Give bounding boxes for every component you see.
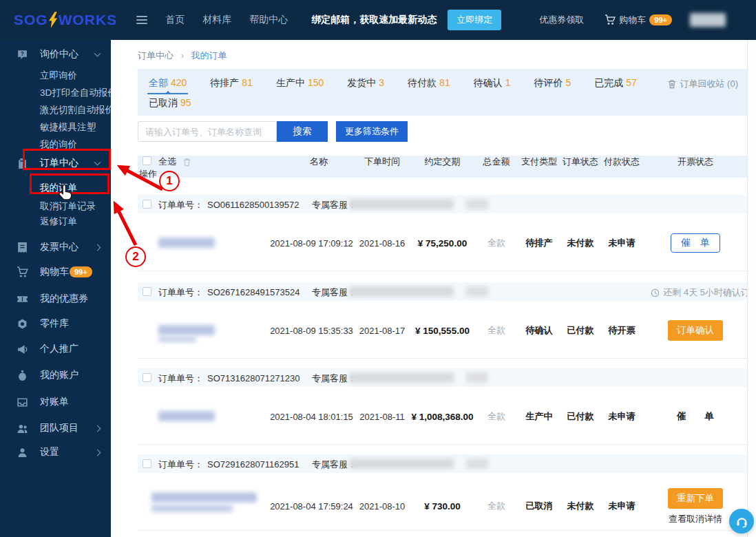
order-checkbox[interactable] xyxy=(143,459,151,468)
order-recycle-bin-link[interactable]: 订单回收站 (0) xyxy=(667,78,739,90)
sidebar-item-label: 订单中心 xyxy=(40,157,78,169)
menu-icon[interactable] xyxy=(136,14,147,26)
order-time: 2021-08-09 15:35:33 xyxy=(269,326,355,336)
confirm-countdown: 还剩 4天 5小时确认订单 xyxy=(651,286,747,299)
question-bubble-icon: ? xyxy=(17,49,28,61)
order-search-input[interactable] xyxy=(138,121,277,142)
coupon-claim-link[interactable]: 优惠券领取 xyxy=(539,14,584,26)
sidebar-item-agile-mold[interactable]: 敏捷模具注塑 xyxy=(0,118,111,136)
nav-home[interactable]: 首页 xyxy=(165,14,185,26)
sidebar-item-label: 取消订单记录 xyxy=(40,200,96,213)
customer-support-chat-button[interactable] xyxy=(729,509,754,534)
top-navbar: SOG WORKS 首页 材料库 帮助中心 绑定邮箱，获取速加最新动态 立即绑定… xyxy=(0,0,756,40)
sidebar-item-invoice-center[interactable]: 发票中心 xyxy=(0,238,111,256)
sidebar-item-statement[interactable]: 对账单 xyxy=(0,393,111,411)
order-number: 订单单号：SO7131628071271230 xyxy=(158,372,300,385)
order-checkbox[interactable] xyxy=(143,287,151,296)
sidebar-item-team-projects[interactable]: 团队项目 xyxy=(0,419,111,437)
total-amount: ¥ 150,555.00 xyxy=(410,326,475,336)
breadcrumb-my-orders[interactable]: 我的订单 xyxy=(191,50,227,61)
sidebar-item-label: 立即询价 xyxy=(40,70,77,82)
sidebar-item-label: 我的优惠券 xyxy=(40,293,88,305)
col-header-order-time: 下单时间 xyxy=(355,156,410,168)
order-checkbox[interactable] xyxy=(143,373,151,382)
nav-help-center[interactable]: 帮助中心 xyxy=(249,14,288,26)
sidebar-item-settings[interactable]: 设置 xyxy=(0,443,111,461)
sidebar-item-3d-print-quote[interactable]: 3D打印全自动报价 xyxy=(0,84,111,102)
due-date: 2021-08-11 xyxy=(355,412,410,422)
search-button[interactable]: 搜索 xyxy=(277,121,328,142)
customer-service-redacted xyxy=(466,199,488,209)
select-all-checkbox[interactable] xyxy=(143,156,151,165)
sidebar-item-label: 零件库 xyxy=(40,317,69,330)
nav-cart-link[interactable]: 购物车 99+ xyxy=(605,14,672,26)
group-divider xyxy=(138,530,747,531)
order-group-header: 订单单号：SO7291628071162951 专属客服： xyxy=(138,454,747,473)
reorder-button[interactable]: 重新下单 xyxy=(668,488,723,509)
sidebar-item-parts-library[interactable]: 零件库 xyxy=(0,315,111,333)
confirm-order-button[interactable]: 订单确认 xyxy=(668,320,723,341)
urge-order-button[interactable]: 催 单 xyxy=(671,233,720,253)
orders-list: 订单单号：SO0611628500139572 专属客服： 2021-08-09… xyxy=(138,195,747,537)
order-name-redacted[interactable] xyxy=(158,227,269,259)
group-divider xyxy=(138,271,747,271)
col-header-total-amount: 总金额 xyxy=(475,156,518,168)
order-item-row: 2021-08-04 17:59:24 2021-08-10 ¥ 730.00 … xyxy=(138,487,747,518)
sidebar-item-cart[interactable]: 购物车 99+ xyxy=(0,263,111,281)
gear-icon xyxy=(17,318,28,330)
invoice-status: 未申请 xyxy=(600,410,643,423)
sidebar-item-laser-cut-quote[interactable]: 激光切割自动报价 xyxy=(0,101,111,119)
view-cancel-details-link[interactable]: 查看取消详情 xyxy=(669,513,722,525)
sidebar-item-personal-promotion[interactable]: 个人推广 xyxy=(0,340,111,358)
tab-shipping[interactable]: 发货中3 xyxy=(347,77,384,90)
cart-count-badge: 99+ xyxy=(649,14,672,25)
sidebar-item-my-coupons[interactable]: 我的优惠券 xyxy=(0,290,111,308)
sidebar-item-instant-quote[interactable]: 立即询价 xyxy=(0,67,111,85)
order-number: 订单单号：SO7291628071162951 xyxy=(158,459,300,471)
urge-order-link[interactable]: 催 单 xyxy=(677,410,714,423)
sidebar-item-label: 个人推广 xyxy=(40,343,78,355)
tab-in-production[interactable]: 生产中150 xyxy=(276,77,324,90)
more-filters-button[interactable]: 更多筛选条件 xyxy=(336,121,408,142)
search-filter-row: 搜索 更多筛选条件 xyxy=(138,121,408,142)
order-time: 2021-08-04 18:01:15 xyxy=(269,412,355,422)
sidebar-item-repair-orders[interactable]: 返修订单 xyxy=(0,213,111,231)
tab-cancelled[interactable]: 已取消95 xyxy=(149,97,191,109)
tab-pending-payment[interactable]: 待付款81 xyxy=(408,77,450,90)
select-all-label: 全选 xyxy=(158,156,176,168)
tab-pending-confirmation[interactable]: 待确认1 xyxy=(474,77,511,90)
order-name-redacted[interactable] xyxy=(158,315,269,346)
sidebar-item-my-orders[interactable]: 我的订单 xyxy=(0,179,111,197)
tab-pending-scheduling[interactable]: 待排产81 xyxy=(210,77,253,90)
order-name-redacted[interactable] xyxy=(158,487,269,525)
order-checkbox[interactable] xyxy=(143,200,151,209)
bind-now-button[interactable]: 立即绑定 xyxy=(448,10,501,30)
order-group: 订单单号：SO7291628071162951 专属客服： 2021-08-04… xyxy=(138,454,747,537)
col-header-actions: 操作 xyxy=(138,168,158,180)
logo[interactable]: SOG WORKS xyxy=(14,12,117,28)
tab-pending-review[interactable]: 待评价5 xyxy=(534,77,571,90)
sidebar-item-label: 设置 xyxy=(40,446,59,459)
username-redacted[interactable] xyxy=(690,13,726,27)
clipboard-icon xyxy=(17,158,28,169)
tab-completed[interactable]: 已完成57 xyxy=(594,77,637,90)
sidebar-item-order-center[interactable]: 订单中心 xyxy=(0,154,111,172)
svg-text:?: ? xyxy=(21,50,24,57)
order-status: 待排产 xyxy=(518,237,560,249)
chevron-down-icon xyxy=(94,159,101,166)
order-group-header: 订单单号：SO7131628071271230 专属客服： xyxy=(138,368,747,387)
nav-materials[interactable]: 材料库 xyxy=(202,14,231,26)
chevron-right-icon xyxy=(94,450,101,456)
sidebar-item-my-inquiries[interactable]: 我的询价 xyxy=(0,136,111,154)
order-name-redacted[interactable] xyxy=(158,401,269,432)
customer-service-redacted xyxy=(466,286,488,297)
col-header-pay-type: 支付类型 xyxy=(518,156,560,168)
scrollbar-gutter[interactable] xyxy=(747,40,756,537)
sidebar-item-label: 返修订单 xyxy=(40,215,77,228)
sidebar-item-my-account[interactable]: 我的账户 xyxy=(0,366,111,384)
breadcrumb-order-center[interactable]: 订单中心 xyxy=(138,50,174,61)
lightning-bolt-icon xyxy=(49,12,58,28)
customer-service-redacted xyxy=(349,286,454,297)
tab-all[interactable]: 全部420 xyxy=(149,77,187,90)
sidebar-item-inquiry-center[interactable]: ? 询价中心 xyxy=(0,45,111,63)
